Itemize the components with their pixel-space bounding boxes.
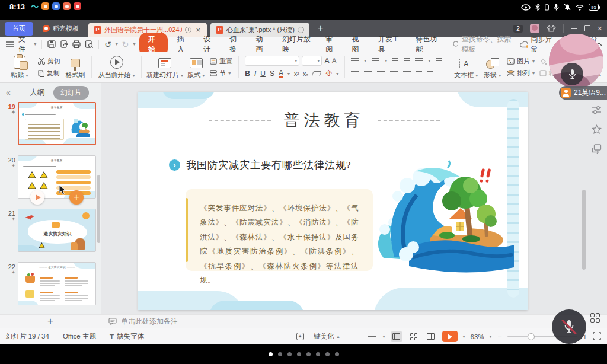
tab-home[interactable]: 首页 bbox=[5, 22, 33, 36]
star-icon[interactable] bbox=[592, 124, 602, 134]
text-effect-caret-icon[interactable]: ▾ bbox=[336, 71, 338, 76]
fit-slide-button[interactable] bbox=[593, 332, 601, 341]
underline-button[interactable]: U bbox=[260, 69, 266, 78]
font-color-caret-icon[interactable]: ▾ bbox=[287, 71, 290, 76]
theme-label[interactable]: Office 主题 bbox=[63, 332, 96, 341]
zoom-caret-icon[interactable]: ▾ bbox=[490, 334, 492, 339]
slideshow-play-button[interactable] bbox=[442, 331, 458, 342]
align-left-icon[interactable] bbox=[351, 71, 359, 76]
minimize-button[interactable] bbox=[571, 28, 577, 29]
section-button[interactable]: 节 ▾ bbox=[210, 68, 232, 79]
slide-thumbnail-22[interactable]: — — — 避灾防灾知识 — — — bbox=[18, 262, 96, 305]
settings-sliders-icon[interactable] bbox=[592, 106, 602, 114]
redo-icon[interactable]: ↻ bbox=[122, 40, 129, 49]
switch-windows-icon[interactable] bbox=[592, 144, 602, 154]
justify-icon[interactable] bbox=[390, 71, 398, 76]
slide-thumbnail-20[interactable]: — — — 普法教育 — — — + bbox=[18, 155, 96, 199]
copy-button[interactable]: 复制 bbox=[38, 68, 60, 79]
paragraph-settings-icon[interactable] bbox=[427, 71, 433, 76]
account-avatar[interactable] bbox=[530, 24, 539, 33]
arrange-button[interactable]: 排列 ▾ bbox=[507, 68, 535, 79]
text-direction-caret-icon[interactable]: ▾ bbox=[428, 58, 430, 63]
cut-button[interactable]: 剪切 bbox=[38, 56, 60, 66]
print-icon[interactable] bbox=[72, 40, 81, 48]
file-menu-caret-icon[interactable]: ▾ bbox=[34, 41, 36, 47]
slide-thumbnail-19[interactable]: — — — 普法教育 — — — bbox=[18, 102, 96, 145]
notes-toggle-caret-icon[interactable]: ▾ bbox=[383, 334, 385, 339]
export-icon[interactable] bbox=[60, 40, 68, 48]
increase-font-button[interactable]: A bbox=[324, 56, 330, 65]
strikethrough-button[interactable]: S bbox=[270, 69, 274, 78]
distribute-icon[interactable] bbox=[403, 71, 411, 76]
mute-mic-fab[interactable] bbox=[552, 309, 586, 344]
zoom-level[interactable]: 63% bbox=[471, 333, 484, 340]
picture-button[interactable]: 图片 ▾ bbox=[507, 56, 535, 66]
slide-sorter-view-button[interactable] bbox=[408, 331, 420, 342]
panel-scrollbar[interactable] bbox=[97, 175, 100, 243]
text-effect-button[interactable]: 变 bbox=[325, 69, 332, 79]
align-center-icon[interactable] bbox=[364, 71, 372, 76]
theme-skin-icon[interactable] bbox=[547, 25, 556, 32]
current-slide[interactable]: 普法教育 › 我国防灾减灾主要有哪些法律法规? 《突发事件应对法》、《环境保护法… bbox=[138, 92, 528, 310]
align-right-icon[interactable] bbox=[377, 71, 385, 76]
collapse-panel-button[interactable]: « bbox=[6, 88, 11, 97]
bullet-list-icon[interactable] bbox=[351, 58, 359, 63]
line-spacing-icon[interactable] bbox=[436, 58, 442, 63]
quickbar-more-icon[interactable]: ▾ bbox=[133, 41, 135, 47]
class-name-pill[interactable]: 21英语9... bbox=[559, 86, 607, 100]
thumbnail-play-button[interactable] bbox=[30, 190, 44, 205]
beautify-button[interactable]: ✦ 一键美化 ▴ bbox=[296, 332, 340, 341]
missing-font-label[interactable]: 缺失字体 bbox=[117, 332, 144, 341]
paste-button[interactable]: 粘贴 ▾ bbox=[4, 54, 36, 81]
reading-view-button[interactable] bbox=[425, 331, 437, 342]
close-window-button[interactable]: × bbox=[598, 24, 602, 33]
slide-title[interactable]: 普法教育 bbox=[284, 110, 365, 131]
columns-icon[interactable] bbox=[416, 71, 422, 76]
canvas-scrollbar[interactable] bbox=[582, 190, 586, 270]
tab-docer-templates[interactable]: 稻壳模板 bbox=[37, 22, 85, 36]
new-slide-button[interactable]: 新建幻灯片 ▾ bbox=[145, 54, 185, 81]
play-caret-icon[interactable]: ▾ bbox=[463, 334, 465, 339]
notes-bar[interactable]: 单击此处添加备注 bbox=[101, 315, 607, 328]
font-size-combobox[interactable]: ▾ bbox=[302, 56, 322, 66]
command-search[interactable]: 查找命令、搜索模板 bbox=[453, 34, 512, 55]
undo-caret-icon[interactable]: ▾ bbox=[116, 41, 118, 47]
cloud-sync-icon[interactable] bbox=[520, 41, 527, 48]
sync-status-label[interactable]: 同步异常 bbox=[531, 34, 553, 55]
tab-count-badge[interactable]: 2 bbox=[513, 25, 523, 33]
zoom-slider-thumb[interactable] bbox=[528, 333, 535, 340]
superscript-button[interactable]: x² bbox=[294, 71, 299, 77]
slide-body-box[interactable]: 《突发事件应对法》、《环境保护法》、《气象法》、《防震减灾法》、《消防法》、《防… bbox=[186, 189, 373, 271]
clear-format-icon[interactable] bbox=[312, 71, 322, 76]
add-slide-button[interactable]: + bbox=[0, 315, 101, 328]
numbered-caret-icon[interactable]: ▾ bbox=[385, 58, 387, 63]
notes-toggle-button[interactable] bbox=[366, 331, 378, 342]
slide-question-row[interactable]: › 我国防灾减灾主要有哪些法律法规? bbox=[169, 158, 352, 172]
slide-thumbnail-21[interactable]: 避灾防灾知识 bbox=[18, 209, 96, 252]
subscript-button[interactable]: x₂ bbox=[303, 71, 308, 77]
save-icon[interactable] bbox=[47, 40, 56, 48]
bullet-caret-icon[interactable]: ▾ bbox=[364, 58, 366, 63]
apps-grid-icon[interactable] bbox=[590, 313, 600, 323]
normal-view-button[interactable] bbox=[391, 331, 402, 342]
reset-button[interactable]: 重置 bbox=[210, 56, 232, 66]
font-name-combobox[interactable]: ▾ bbox=[245, 56, 299, 66]
bold-button[interactable]: B bbox=[245, 69, 250, 78]
zoom-out-button[interactable]: − bbox=[497, 332, 502, 341]
italic-button[interactable]: I bbox=[254, 69, 256, 78]
text-direction-icon[interactable] bbox=[415, 58, 423, 63]
print-preview-icon[interactable] bbox=[85, 40, 93, 48]
thumbnail-add-slide-button[interactable]: + bbox=[69, 190, 84, 205]
maximize-button[interactable] bbox=[584, 25, 590, 31]
decrease-font-button[interactable]: A bbox=[332, 57, 336, 64]
font-color-button[interactable]: A bbox=[279, 70, 283, 78]
tab-slides[interactable]: 幻灯片 bbox=[53, 86, 89, 100]
increase-indent-icon[interactable] bbox=[404, 58, 410, 63]
webcam-mic-button[interactable] bbox=[561, 63, 583, 85]
file-menu[interactable]: 文件 bbox=[18, 34, 30, 55]
hamburger-menu-icon[interactable] bbox=[6, 41, 14, 47]
text-box-button[interactable]: A 文本框 ▾ bbox=[452, 54, 480, 81]
format-painter-button[interactable]: 格式刷 bbox=[63, 54, 88, 81]
layout-button[interactable]: 版式 ▾ bbox=[184, 54, 207, 81]
tab-outline[interactable]: 大纲 bbox=[30, 87, 45, 98]
